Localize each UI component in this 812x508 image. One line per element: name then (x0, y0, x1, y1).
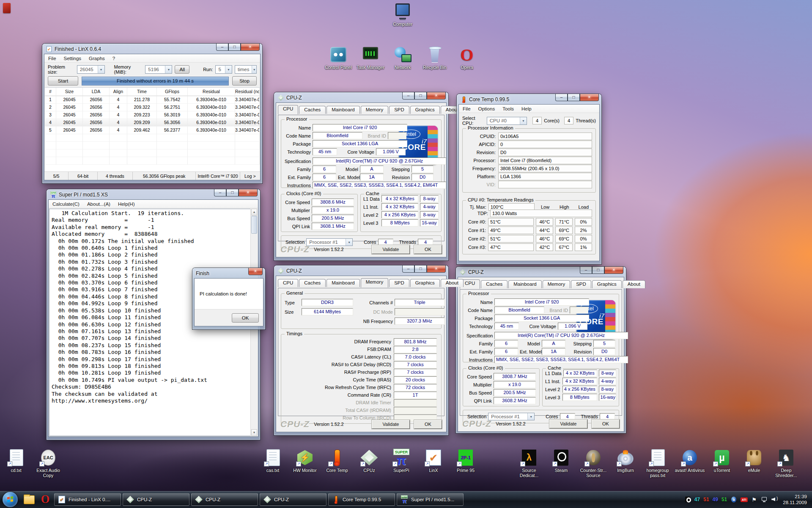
menu-item[interactable]: File (459, 105, 475, 112)
start-button[interactable] (3, 492, 18, 507)
menu-item[interactable]: Options (475, 105, 499, 112)
tray-temp-4[interactable]: 51 (721, 497, 727, 502)
problem-size-combo[interactable]: 26045▼ (77, 65, 105, 74)
desktop-icon-opera[interactable]: Opera (451, 46, 483, 70)
maximize-button[interactable]: □ (226, 189, 239, 196)
desktop-icon-recycle-bin[interactable]: Recycle Bin (419, 46, 451, 70)
minimize-button[interactable]: – (402, 92, 414, 99)
table-row[interactable]: 326045260564 209.22356.30196.393040e-010… (45, 111, 260, 119)
maximize-button[interactable]: □ (414, 92, 427, 99)
avast-tray-icon[interactable] (730, 496, 737, 503)
maximize-button[interactable]: □ (592, 267, 604, 274)
menu-item[interactable]: File (44, 55, 60, 62)
desktop-icon-cd-txt[interactable]: cd.txt (0, 449, 32, 478)
validate-button[interactable]: Validate (372, 245, 410, 254)
maximize-button[interactable]: □ (414, 265, 427, 273)
maximize-button[interactable]: □ (228, 44, 241, 51)
close-button[interactable]: × (248, 268, 263, 275)
cpuz-titlebar[interactable]: CPU-Z – □ × (276, 265, 447, 276)
finish-titlebar[interactable]: Finish × (194, 268, 263, 278)
desktop-icon-utorrent[interactable]: uTorrent (706, 449, 738, 478)
desktop-icon-task-manager[interactable]: Task Manager (354, 46, 387, 70)
taskbar-clock[interactable]: 21:39 28.11.2009 (783, 494, 807, 505)
tab-spd[interactable]: SPD (389, 279, 409, 287)
stop-button[interactable]: Stop (232, 76, 257, 86)
close-button[interactable]: × (427, 92, 446, 99)
action-center-flag-icon[interactable] (751, 496, 757, 503)
validate-button[interactable]: Validate (549, 420, 587, 428)
steam-tray-icon[interactable] (684, 496, 691, 503)
close-button[interactable]: × (239, 189, 258, 196)
desktop-icon-control-panel[interactable]: Control Panel (322, 46, 354, 70)
desktop-icon-prime95[interactable]: Prime 95 (450, 449, 482, 473)
validate-button[interactable]: Validate (372, 420, 410, 429)
tab-graphics[interactable]: Graphics (410, 106, 440, 114)
ati-tray-icon[interactable] (741, 496, 747, 503)
maximize-button[interactable]: □ (568, 94, 580, 101)
ok-button[interactable]: OK (414, 420, 442, 429)
desktop-icon-emule[interactable]: eMule (738, 449, 770, 478)
ok-button[interactable]: OK (592, 420, 620, 428)
menu-item[interactable]: ? (109, 55, 119, 62)
tab-caches[interactable]: Caches (481, 280, 508, 288)
explorer-taskbar-icon[interactable] (23, 493, 36, 506)
tab-mainboard[interactable]: Mainboard (326, 279, 359, 287)
minimize-button[interactable]: – (555, 94, 568, 101)
opera-taskbar-icon[interactable] (39, 493, 52, 506)
log-button[interactable]: Log > (240, 172, 260, 180)
tab-spd[interactable]: SPD (389, 106, 409, 114)
tab-about[interactable]: About (441, 279, 464, 287)
desktop-icon-homegroup-pass[interactable]: homegroup pass.txt (642, 449, 674, 478)
scrollbar-thumb[interactable] (251, 216, 257, 234)
run-combo[interactable]: 5▼ (215, 65, 232, 74)
linx-titlebar[interactable]: Finished - LinX 0.6.4 – □ × (44, 44, 261, 54)
tray-temp-1[interactable]: 47 (694, 497, 700, 502)
close-button[interactable]: × (241, 44, 260, 51)
desktop-icon-source-dedicated[interactable]: Source Dedicat... (513, 449, 545, 478)
superpi-titlebar[interactable]: Super PI / mod1.5 XS – □ × (48, 189, 258, 199)
tab-graphics[interactable]: Graphics (592, 280, 622, 288)
table-row[interactable]: 126045260564 211.27855.75426.393040e-010… (45, 96, 260, 104)
tab-about[interactable]: About (623, 280, 645, 288)
menu-item[interactable]: Graphs (85, 55, 109, 62)
table-row[interactable]: 526045260564 209.46256.23776.393040e-010… (45, 127, 260, 134)
tab-cpu[interactable]: CPU (278, 279, 298, 287)
table-row[interactable]: 226045260564 209.32256.27516.393040e-010… (45, 104, 260, 111)
ok-button[interactable]: OK (232, 313, 259, 323)
all-button[interactable]: All (175, 65, 189, 74)
close-button[interactable]: × (604, 267, 623, 274)
desktop-icon-exact-audio-copy[interactable]: Exact Audio Copy (32, 449, 64, 478)
minimize-button[interactable]: – (402, 265, 414, 273)
start-button[interactable]: Start (48, 76, 78, 86)
ok-button[interactable]: OK (414, 245, 442, 254)
desktop-icon-cas-txt[interactable]: cas.txt (257, 449, 289, 473)
tab-mainboard[interactable]: Mainboard (326, 106, 359, 114)
taskbar-button-superpi[interactable]: Super PI / mod1.5... (397, 493, 464, 506)
desktop-icon-computer[interactable]: Computer (387, 3, 419, 27)
desktop-icon-steam[interactable]: Steam (545, 449, 577, 478)
desktop-icon-deep-shredder[interactable]: Deep Shredder... (770, 449, 802, 478)
desktop-icon-superpi[interactable]: SuperPi (385, 449, 417, 473)
menu-item[interactable]: Settings (60, 55, 85, 62)
minimize-button[interactable]: – (214, 189, 226, 196)
scroll-down-icon[interactable]: ▼ (251, 429, 257, 436)
desktop-icon-linx[interactable]: LinX (417, 449, 450, 473)
menu-item[interactable]: Help (518, 105, 535, 112)
close-button[interactable]: × (580, 94, 599, 101)
desktop-icon-imgburn[interactable]: ImgBurn (609, 449, 642, 478)
tab-graphics[interactable]: Graphics (410, 279, 440, 287)
tab-memory[interactable]: Memory (361, 106, 389, 114)
close-button[interactable]: × (427, 265, 446, 273)
cpuz-titlebar[interactable]: CPU-Z – □ × (276, 92, 447, 102)
scroll-up-icon[interactable]: ▲ (251, 209, 257, 215)
desktop-icon-counter-strike-source[interactable]: Counter-Str... Source (577, 449, 609, 478)
times-combo[interactable]: times▼ (235, 65, 257, 74)
desktop-icon-network[interactable]: Network (387, 46, 419, 70)
tab-memory[interactable]: Memory (361, 278, 389, 287)
memory-combo[interactable]: 5196▼ (145, 65, 172, 74)
tray-temp-3[interactable]: 49 (713, 497, 718, 502)
taskbar-button-linx[interactable]: Finished - LinX 0.... (54, 493, 121, 506)
desktop-icon-hw-monitor[interactable]: HW Monitor (289, 449, 321, 473)
desktop-icon-cpuz[interactable]: CPUz (353, 449, 385, 473)
taskbar-button-coretemp[interactable]: Core Temp 0.99.5 (328, 493, 395, 506)
